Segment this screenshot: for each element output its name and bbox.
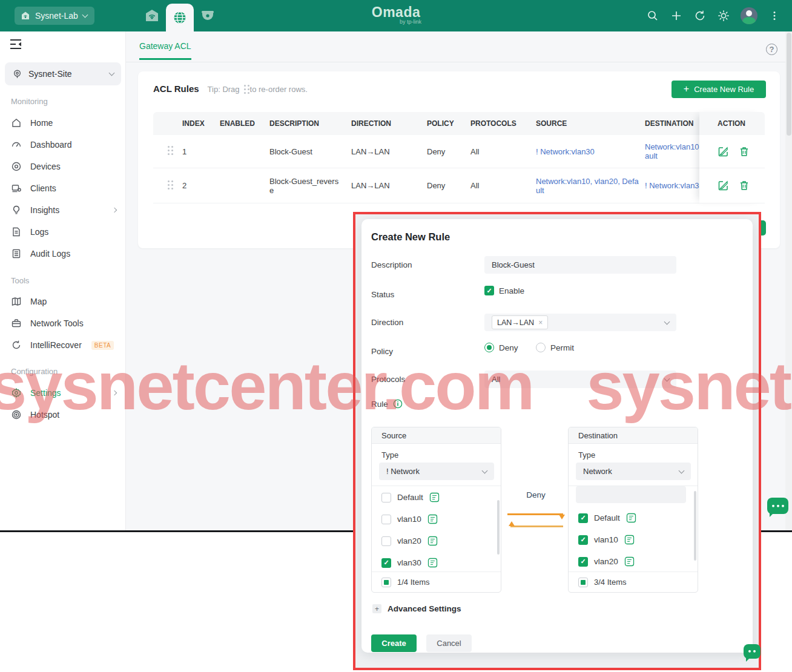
advanced-settings-toggle[interactable]: + Advanced Settings — [372, 604, 461, 613]
remove-tag-icon[interactable]: × — [538, 318, 543, 327]
help-icon[interactable]: ? — [766, 44, 777, 55]
logs-icon — [11, 226, 22, 237]
sidebar-item-logs[interactable]: Logs — [0, 223, 126, 241]
list-scrollbar[interactable] — [694, 491, 696, 561]
annotation-red-box: Create New Rule Description Status ✓ Ena… — [353, 212, 761, 670]
sidebar-collapse-icon[interactable] — [8, 38, 24, 52]
destination-item-default[interactable]: ✓ Default — [578, 513, 636, 523]
chat-bubble-icon[interactable] — [744, 644, 761, 659]
network-detail-icon[interactable] — [427, 514, 438, 524]
destination-type-select[interactable]: Network — [576, 463, 691, 480]
checkbox-checked[interactable]: ✓ — [578, 557, 588, 567]
cancel-button[interactable]: Cancel — [426, 634, 472, 652]
edit-icon[interactable] — [718, 180, 729, 191]
delete-icon[interactable] — [739, 180, 750, 191]
destination-footer: 3/4 Items — [569, 572, 698, 592]
list-scrollbar[interactable] — [497, 500, 500, 555]
checkbox-checked[interactable]: ✓ — [381, 558, 391, 568]
edit-icon[interactable] — [718, 146, 729, 157]
action-column: ACTION — [699, 112, 765, 203]
destination-search[interactable] — [576, 486, 686, 503]
checkbox-unchecked[interactable] — [381, 536, 391, 546]
theme-sun-icon[interactable] — [717, 9, 730, 22]
status-enable-row: ✓ Enable — [484, 286, 524, 295]
policy-permit-option[interactable]: Permit — [536, 343, 574, 352]
radio-permit[interactable] — [536, 343, 546, 352]
network-detail-icon[interactable] — [624, 556, 635, 567]
checkbox-unchecked[interactable] — [381, 493, 391, 502]
action-header: ACTION — [699, 112, 765, 135]
site-selector[interactable]: Sysnet-Site — [5, 62, 121, 85]
page-scrollbar[interactable] — [785, 31, 792, 531]
source-item-default[interactable]: Default — [381, 492, 440, 502]
checkbox-checked[interactable]: ✓ — [578, 513, 588, 523]
create-new-rule-button[interactable]: + Create New Rule — [672, 81, 766, 98]
location-pin-icon — [12, 69, 22, 79]
network-detail-icon[interactable] — [427, 558, 438, 568]
tab-gateway-acl[interactable]: Gateway ACL — [139, 41, 191, 60]
gear-icon — [11, 387, 22, 398]
chevron-right-icon — [112, 208, 117, 212]
expand-plus-icon: + — [372, 604, 381, 613]
tab-network-home[interactable] — [138, 0, 166, 31]
checkbox-checked[interactable]: ✓ — [578, 535, 588, 545]
checkbox-indeterminate[interactable] — [381, 578, 391, 587]
sidebar-item-clients[interactable]: Clients — [0, 179, 126, 197]
controller-site-selector[interactable]: Sysnet-Lab — [15, 7, 94, 25]
sidebar: Sysnet-Site Monitoring Home Dashboard De… — [0, 31, 126, 531]
source-item-vlan10[interactable]: vlan10 — [381, 514, 438, 524]
source-item-vlan20[interactable]: vlan20 — [381, 536, 438, 546]
network-detail-icon[interactable] — [429, 492, 440, 502]
network-detail-icon[interactable] — [624, 535, 635, 545]
destination-item-vlan10[interactable]: ✓ vlan10 — [578, 535, 635, 545]
destination-link[interactable]: ! Network:vlan30 — [645, 181, 704, 190]
radio-deny-selected[interactable] — [484, 343, 494, 352]
drag-handle[interactable] — [168, 146, 170, 148]
search-input[interactable] — [582, 490, 688, 499]
sidebar-item-hotspot[interactable]: Hotspot — [0, 406, 126, 424]
sidebar-item-dashboard[interactable]: Dashboard — [0, 136, 126, 154]
reorder-tip: Tip: Drag to re-order rows. — [208, 85, 308, 94]
sidebar-item-settings[interactable]: Settings — [0, 384, 126, 402]
protocols-select[interactable]: All — [484, 371, 676, 388]
source-type-select[interactable]: ! Network — [379, 463, 494, 480]
destination-item-vlan20[interactable]: ✓ vlan20 — [578, 556, 635, 567]
description-input[interactable] — [484, 256, 676, 274]
sidebar-item-intellirecover[interactable]: IntelliRecover BETA — [0, 336, 126, 354]
source-footer: 1/4 Items — [372, 572, 501, 592]
enable-checkbox[interactable]: ✓ — [484, 286, 494, 295]
sidebar-item-home[interactable]: Home — [0, 114, 126, 132]
delete-icon[interactable] — [739, 146, 750, 157]
checkbox-unchecked[interactable] — [381, 515, 391, 524]
tab-surveillance[interactable] — [194, 0, 222, 31]
chat-bubble-icon[interactable] — [767, 498, 788, 514]
sidebar-item-network-tools[interactable]: Network Tools — [0, 314, 126, 332]
policy-deny-option[interactable]: Deny — [484, 343, 518, 352]
source-link[interactable]: Network:vlan10, vlan20, Default — [536, 177, 639, 195]
source-item-vlan30[interactable]: ✓ vlan30 — [381, 558, 438, 568]
add-icon[interactable] — [670, 9, 683, 22]
clients-icon — [11, 183, 22, 194]
sidebar-item-map[interactable]: Map — [0, 292, 126, 311]
chevron-down-icon — [109, 70, 115, 76]
table-row: 1 Block-Guest LAN→LAN Deny All ! Network… — [153, 135, 765, 168]
sidebar-item-insights[interactable]: Insights — [0, 201, 126, 219]
create-button[interactable]: Create — [371, 634, 417, 652]
network-detail-icon[interactable] — [626, 513, 636, 523]
checkbox-indeterminate[interactable] — [578, 578, 588, 587]
modal-title: Create New Rule — [371, 231, 450, 243]
info-icon[interactable] — [393, 399, 403, 409]
source-link[interactable]: ! Network:vlan30 — [536, 147, 595, 156]
source-panel-title: Source — [372, 427, 501, 444]
user-avatar[interactable] — [741, 7, 757, 24]
sidebar-item-audit-logs[interactable]: Audit Logs — [0, 245, 126, 263]
kebab-menu-icon[interactable] — [768, 9, 781, 22]
refresh-icon[interactable] — [693, 9, 707, 22]
tab-network-global-active[interactable] — [166, 4, 194, 31]
site-home-icon — [21, 11, 30, 21]
direction-select[interactable]: LAN→LAN × — [484, 314, 676, 331]
search-icon[interactable] — [646, 9, 659, 22]
network-detail-icon[interactable] — [427, 536, 438, 546]
drag-handle[interactable] — [168, 180, 170, 182]
sidebar-item-devices[interactable]: Devices — [0, 157, 126, 176]
